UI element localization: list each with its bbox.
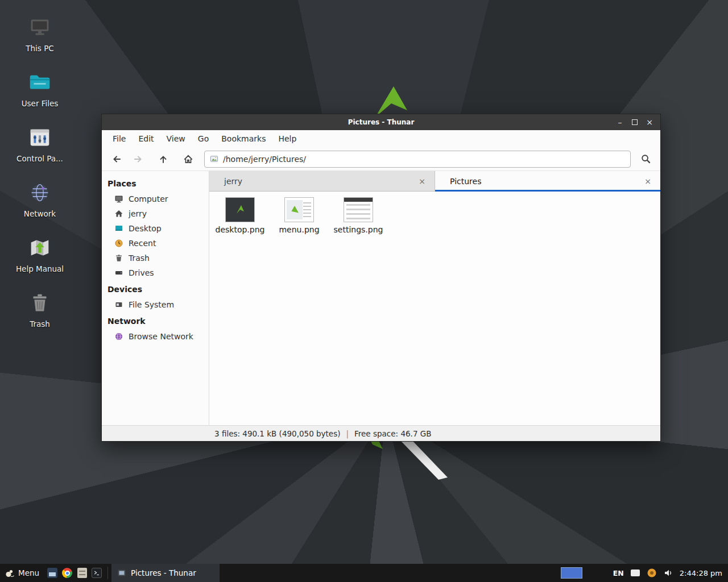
network-globe-icon <box>26 179 53 206</box>
sidebar-item-label: Recent <box>129 239 156 248</box>
update-notifier-icon[interactable] <box>647 568 657 578</box>
forward-button[interactable] <box>129 151 147 168</box>
desktop-icon-control-panel[interactable]: Control Pa... <box>10 124 69 163</box>
tab-bar: jerry × Pictures × <box>209 171 660 192</box>
trash-icon <box>114 253 123 263</box>
location-bar[interactable]: /home/jerry/Pictures/ <box>204 151 631 168</box>
up-button[interactable] <box>154 151 172 168</box>
desktop-icon-label: Network <box>24 209 56 218</box>
menu-file[interactable]: File <box>106 132 132 146</box>
minimize-button[interactable]: – <box>614 117 626 128</box>
menu-help[interactable]: Help <box>272 132 303 146</box>
file-desktop-png[interactable]: desktop.png <box>210 197 270 234</box>
titlebar[interactable]: Pictures - Thunar – × <box>102 114 660 130</box>
file-thumbnail <box>225 197 255 222</box>
sidebar-item-trash[interactable]: Trash <box>102 251 209 265</box>
volume-icon[interactable] <box>664 568 673 577</box>
file-list[interactable]: desktop.png menu.png settings.png <box>209 192 660 425</box>
tab-close-icon[interactable]: × <box>642 176 653 187</box>
control-panel-icon <box>26 124 53 151</box>
window-controls: – × <box>614 117 660 128</box>
workspace-switcher[interactable] <box>561 567 582 579</box>
sidebar-section-places: Places <box>102 176 209 192</box>
display-tray-icon[interactable] <box>631 569 640 576</box>
menu-edit[interactable]: Edit <box>132 132 160 146</box>
keyboard-layout-indicator[interactable]: EN <box>613 569 624 577</box>
task-button-thunar[interactable]: Pictures - Thunar <box>111 564 220 582</box>
sidebar-item-desktop[interactable]: Desktop <box>102 221 209 236</box>
menu-go[interactable]: Go <box>192 132 215 146</box>
file-settings-png[interactable]: settings.png <box>329 197 388 234</box>
sidebar-item-home[interactable]: jerry <box>102 206 209 221</box>
wallpaper-bottom-shapes <box>350 435 469 489</box>
file-thumbnail <box>284 197 314 222</box>
desktop: This PC User Files <box>0 0 728 582</box>
terminal-launcher[interactable] <box>89 564 104 582</box>
thunar-window: Pictures - Thunar – × File Edit View Go … <box>101 114 661 442</box>
filesystem-icon <box>114 300 123 309</box>
sidebar-item-browse-network[interactable]: Browse Network <box>102 329 209 344</box>
sidebar-item-computer[interactable]: Computer <box>102 192 209 206</box>
thunar-icon <box>117 568 126 577</box>
desktop-icon-label: Trash <box>30 319 50 329</box>
tab-close-icon[interactable]: × <box>416 176 428 187</box>
desktop-icon-user-files[interactable]: User Files <box>10 69 69 108</box>
sidebar-item-label: jerry <box>129 209 147 218</box>
cabinet-icon <box>77 568 87 578</box>
sidebar-item-drives[interactable]: Drives <box>102 265 209 280</box>
desktop-icon-label: Help Manual <box>16 264 64 273</box>
file-manager-launcher[interactable] <box>45 564 60 582</box>
sidebar-item-label: Trash <box>129 253 150 263</box>
sidebar-item-recent[interactable]: Recent <box>102 236 209 251</box>
back-button[interactable] <box>107 151 126 168</box>
sidebar-section-network: Network <box>102 313 209 329</box>
file-menu-png[interactable]: menu.png <box>270 197 329 234</box>
tab-label: Pictures <box>450 177 481 186</box>
status-free-space: Free space: 46.7 GB <box>354 429 431 438</box>
file-name: settings.png <box>334 225 383 234</box>
applications-menu-button[interactable]: Menu <box>0 564 45 582</box>
task-button-label: Pictures - Thunar <box>131 568 196 577</box>
status-files: 3 files: 490.1 kB (490,050 bytes) <box>214 429 340 438</box>
sidebar-section-devices: Devices <box>102 281 209 297</box>
status-bar: 3 files: 490.1 kB (490,050 bytes) | Free… <box>102 425 660 441</box>
tab-jerry[interactable]: jerry × <box>209 171 435 192</box>
home-button[interactable] <box>179 151 197 168</box>
tab-label: jerry <box>224 177 242 186</box>
desktop-icon-network[interactable]: Network <box>10 179 69 218</box>
tab-pictures[interactable]: Pictures × <box>435 171 660 192</box>
sidebar-item-filesystem[interactable]: File System <box>102 297 209 312</box>
desktop-icon-label: User Files <box>22 99 59 108</box>
chrome-icon <box>62 568 72 578</box>
desktop-icon-label: This PC <box>26 44 53 53</box>
content-pane: jerry × Pictures × desktop.png <box>209 171 660 425</box>
panel-separator <box>107 567 108 579</box>
clock-icon <box>114 239 123 248</box>
path-text: /home/jerry/Pictures/ <box>223 155 306 164</box>
sidebar: Places Computer jerry <box>102 171 209 425</box>
clock: 2:44:28 pm <box>680 569 722 577</box>
whisker-menu-icon <box>5 568 14 578</box>
desktop-icon-help-manual[interactable]: Help Manual <box>10 234 69 273</box>
window-title: Pictures - Thunar <box>102 118 660 126</box>
maximize-button[interactable] <box>628 117 641 128</box>
search-button[interactable] <box>636 151 655 168</box>
archive-launcher[interactable] <box>75 564 89 582</box>
terminal-icon <box>92 568 102 578</box>
sidebar-item-label: File System <box>129 300 174 309</box>
drive-icon <box>114 268 123 277</box>
menu-bookmarks[interactable]: Bookmarks <box>215 132 272 146</box>
desktop-icon-list: This PC User Files <box>10 14 69 329</box>
menu-view[interactable]: View <box>160 132 192 146</box>
desktop-icon-trash[interactable]: Trash <box>10 289 69 329</box>
browser-launcher[interactable] <box>60 564 75 582</box>
desktop-icon-this-pc[interactable]: This PC <box>10 14 69 53</box>
computer-icon <box>114 194 123 203</box>
close-button[interactable]: × <box>643 117 656 128</box>
toolbar: /home/jerry/Pictures/ <box>102 147 660 171</box>
sidebar-item-label: Computer <box>129 194 168 203</box>
file-name: desktop.png <box>216 225 265 234</box>
sidebar-item-label: Desktop <box>129 224 162 233</box>
system-tray: EN 2:44:28 pm <box>561 564 728 582</box>
image-icon <box>210 155 218 163</box>
